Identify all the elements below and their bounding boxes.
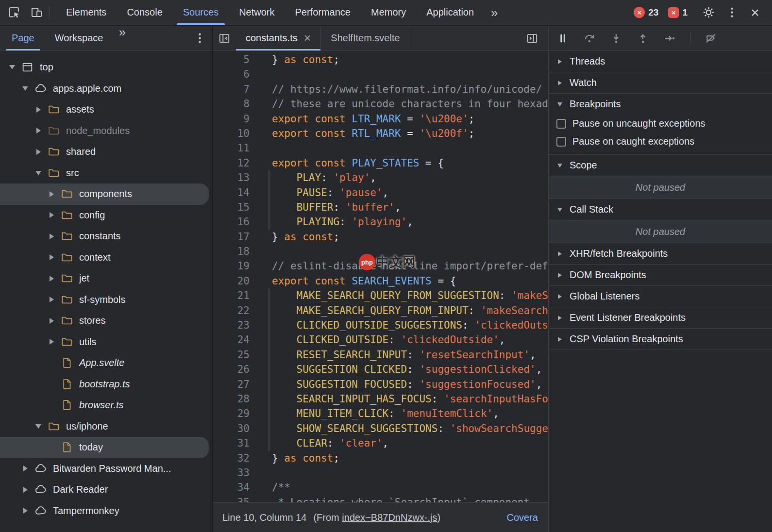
code-text[interactable]: CLEAR: 'clear', — [272, 436, 548, 450]
code-text[interactable]: MENU_ITEM_CLICK: 'menuItemClick', — [272, 406, 548, 421]
devtools-tab-sources[interactable]: Sources — [173, 0, 229, 25]
code-text[interactable]: export const LTR_MARK = '\u200e'; — [272, 112, 548, 126]
section-header-watch[interactable]: Watch — [549, 72, 772, 93]
devtools-tab-application[interactable]: Application — [416, 0, 484, 25]
devtools-tab-network[interactable]: Network — [229, 0, 285, 25]
expander-icon[interactable] — [33, 421, 44, 432]
step-into-icon[interactable] — [610, 32, 622, 45]
code-text[interactable]: PLAY: 'play', — [272, 170, 548, 185]
section-header-dom-breakpoints[interactable]: DOM Breakpoints — [549, 265, 772, 285]
line-number[interactable]: 7 — [213, 82, 250, 97]
step-icon[interactable] — [663, 32, 676, 45]
editor-tab-shelfitem-svelte[interactable]: ShelfItem.svelte — [321, 26, 410, 50]
section-header-csp-violation-breakpoints[interactable]: CSP Violation Breakpoints — [549, 329, 772, 349]
devtools-tab-console[interactable]: Console — [117, 0, 172, 25]
line-number[interactable]: 18 — [213, 244, 250, 259]
expander-icon[interactable] — [46, 210, 57, 220]
devtools-tab-elements[interactable]: Elements — [56, 0, 117, 25]
expander-icon[interactable] — [33, 147, 44, 157]
line-number[interactable]: 16 — [213, 215, 250, 229]
tree-item-browser-ts[interactable]: browser.ts — [0, 395, 212, 416]
expander-icon[interactable] — [33, 167, 44, 178]
code-text[interactable]: CLICKED_OUTSIDE: 'clickedOutside', — [272, 332, 548, 347]
section-header-scope[interactable]: Scope — [549, 155, 772, 176]
more-navigator-tabs-icon[interactable]: » — [112, 26, 132, 50]
code-text[interactable] — [272, 141, 548, 155]
tree-item-node-modules[interactable]: node_modules — [0, 120, 212, 142]
code-text[interactable]: SEARCH_INPUT_HAS_FOCUS: 'searchInputHasF… — [272, 392, 548, 406]
code-editor[interactable]: 5} as const;67// https://www.fileformat.… — [213, 51, 548, 502]
close-tab-icon[interactable]: × — [304, 32, 311, 44]
navigator-menu-icon[interactable] — [192, 31, 207, 46]
code-text[interactable]: SHOW_SEARCH_SUGGESTIONS: 'showSearchSugg… — [272, 421, 548, 436]
code-text[interactable]: export const PLAY_STATES = { — [272, 156, 548, 170]
tree-item-today[interactable]: today — [0, 437, 209, 458]
line-number[interactable]: 13 — [213, 170, 250, 185]
code-text[interactable]: } as const; — [272, 451, 548, 466]
step-over-icon[interactable] — [583, 32, 596, 45]
expander-icon[interactable] — [46, 231, 57, 242]
line-number[interactable]: 10 — [213, 126, 250, 141]
code-text[interactable]: PLAYING: 'playing', — [272, 215, 548, 229]
line-number[interactable]: 21 — [213, 288, 250, 303]
step-out-icon[interactable] — [637, 32, 649, 45]
tree-item-components[interactable]: components — [0, 183, 209, 205]
tree-item-utils[interactable]: utils — [0, 332, 212, 353]
navigator-tab-workspace[interactable]: Workspace — [46, 26, 112, 50]
line-number[interactable]: 5 — [213, 52, 250, 67]
line-number[interactable]: 32 — [213, 451, 250, 466]
line-number[interactable]: 19 — [213, 259, 250, 273]
source-map-link[interactable]: index~B87DnNzwx-.js — [342, 512, 437, 523]
code-text[interactable]: MAKE_SEARCH_QUERY_FROM_INPUT: 'makeSearc… — [272, 303, 548, 318]
code-text[interactable]: SUGGESTION_CLICKED: 'suggestionClicked', — [272, 362, 548, 377]
code-text[interactable]: export const SEARCH_EVENTS = { — [272, 274, 548, 288]
more-options-icon[interactable] — [724, 5, 739, 20]
tree-item-tampermonkey[interactable]: Tampermonkey — [0, 500, 212, 522]
line-number[interactable]: 17 — [213, 230, 250, 244]
tree-item-bitwarden-password-man[interactable]: Bitwarden Password Man... — [0, 458, 212, 480]
tree-item-app-svelte[interactable]: App.svelte — [0, 352, 212, 374]
line-number[interactable]: 14 — [213, 185, 250, 200]
line-number[interactable]: 23 — [213, 318, 250, 332]
code-text[interactable]: } as const; — [272, 230, 548, 244]
tree-item-assets[interactable]: assets — [0, 99, 212, 120]
tree-item-config[interactable]: config — [0, 205, 212, 226]
expander-icon[interactable] — [46, 336, 57, 347]
section-header-event-listener-breakpoints[interactable]: Event Listener Breakpoints — [549, 307, 772, 328]
error-count-badge[interactable]: × 23 — [634, 7, 658, 18]
code-text[interactable] — [272, 466, 548, 480]
expander-icon[interactable] — [7, 62, 17, 73]
tree-item-bootstrap-ts[interactable]: bootstrap.ts — [0, 374, 212, 395]
line-number[interactable]: 15 — [213, 200, 250, 215]
line-number[interactable]: 9 — [213, 112, 250, 126]
line-number[interactable]: 24 — [213, 332, 250, 347]
expander-icon[interactable] — [33, 125, 44, 136]
toggle-navigator-sidebar-icon[interactable] — [213, 26, 236, 50]
close-devtools-icon[interactable]: × — [748, 4, 762, 21]
expander-icon[interactable] — [46, 316, 57, 326]
tree-item-shared[interactable]: shared — [0, 141, 212, 163]
checkbox[interactable] — [556, 119, 566, 129]
coverage-link[interactable]: Covera — [507, 512, 538, 523]
tree-item-sf-symbols[interactable]: sf-symbols — [0, 289, 212, 311]
expander-icon[interactable] — [33, 104, 44, 115]
tree-item-src[interactable]: src — [0, 163, 212, 184]
expander-icon[interactable] — [46, 294, 57, 305]
expander-icon[interactable] — [46, 273, 57, 284]
line-number[interactable]: 11 — [213, 141, 250, 155]
deactivate-breakpoints-icon[interactable] — [705, 32, 717, 45]
device-toolbar-icon[interactable] — [29, 5, 44, 20]
expander-icon[interactable] — [20, 83, 31, 94]
tree-item-context[interactable]: context — [0, 247, 212, 268]
settings-gear-icon[interactable] — [701, 5, 716, 20]
section-header-xhr-fetch-breakpoints[interactable]: XHR/fetch Breakpoints — [549, 243, 772, 264]
expander-icon[interactable] — [46, 189, 57, 200]
code-text[interactable]: } as const; — [272, 52, 548, 67]
line-number[interactable]: 33 — [213, 466, 250, 480]
code-text[interactable]: PAUSE: 'pause', — [272, 185, 548, 200]
tree-item-dark-reader[interactable]: Dark Reader — [0, 479, 212, 500]
section-header-threads[interactable]: Threads — [549, 51, 772, 72]
section-header-call-stack[interactable]: Call Stack — [549, 199, 772, 220]
code-text[interactable]: CLICKED_OUTSIDE_SUGGESTIONS: 'clickedOut… — [272, 318, 548, 332]
code-text[interactable]: /** — [272, 480, 548, 495]
